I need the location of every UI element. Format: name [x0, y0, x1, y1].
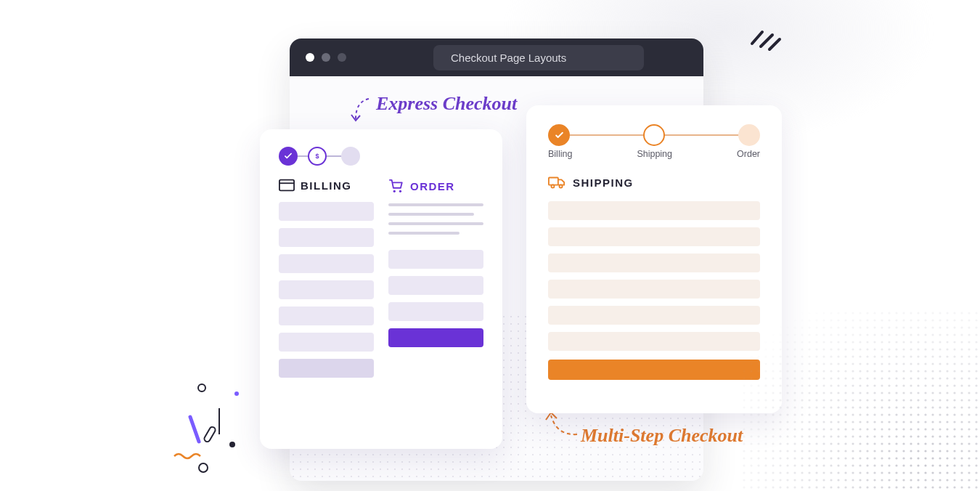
express-step-3[interactable]	[341, 147, 360, 166]
billing-button[interactable]	[279, 359, 374, 378]
svg-text:$: $	[315, 153, 319, 160]
shipping-field[interactable]	[548, 227, 760, 246]
order-column: ORDER	[388, 179, 483, 385]
browser-titlebar: Checkout Page Layouts	[290, 38, 703, 76]
billing-field[interactable]	[279, 202, 374, 221]
svg-line-11	[190, 417, 199, 442]
order-field[interactable]	[388, 302, 483, 321]
billing-field[interactable]	[279, 307, 374, 325]
svg-point-4	[399, 190, 401, 192]
order-line	[388, 213, 474, 216]
shipping-field[interactable]	[548, 280, 760, 299]
check-icon	[283, 151, 293, 161]
express-checkout-card: $ BILLING	[260, 129, 502, 449]
traffic-dot-zoom[interactable]	[338, 53, 346, 62]
multi-stepper	[548, 124, 760, 146]
multi-step-billing[interactable]	[548, 124, 570, 146]
billing-column: BILLING	[279, 179, 374, 385]
billing-label: BILLING	[301, 179, 352, 192]
multi-step-label-shipping: Shipping	[637, 149, 672, 159]
check-icon	[554, 130, 565, 141]
multi-step-label-order: Order	[737, 149, 760, 159]
decoration-scribble-icon	[745, 17, 785, 55]
shipping-submit-button[interactable]	[548, 360, 760, 380]
svg-point-3	[393, 190, 396, 192]
svg-rect-1	[279, 180, 294, 191]
express-step-line	[327, 155, 341, 157]
multi-step-checkout-annotation: Multi-Step Checkout	[581, 425, 743, 447]
order-line	[388, 203, 483, 206]
decoration-halftone-icon	[740, 309, 980, 491]
cart-icon	[388, 179, 404, 193]
svg-point-7	[560, 185, 563, 188]
url-bar[interactable]: Checkout Page Layouts	[433, 45, 644, 70]
multi-step-shipping[interactable]	[643, 124, 665, 146]
traffic-dot-close[interactable]	[306, 53, 314, 62]
billing-heading: BILLING	[279, 179, 374, 192]
shipping-field[interactable]	[548, 306, 760, 325]
billing-field[interactable]	[279, 280, 374, 299]
shipping-field[interactable]	[548, 201, 760, 220]
order-heading: ORDER	[388, 179, 483, 193]
multi-step-order[interactable]	[738, 124, 760, 146]
billing-field[interactable]	[279, 333, 374, 352]
order-field[interactable]	[388, 250, 483, 269]
svg-rect-5	[549, 178, 558, 185]
express-step-2[interactable]: $	[308, 147, 327, 166]
shipping-field[interactable]	[548, 332, 760, 351]
svg-point-13	[199, 463, 208, 472]
shipping-field[interactable]	[548, 253, 760, 272]
express-stepper: $	[279, 147, 483, 166]
traffic-dot-minimize[interactable]	[322, 53, 330, 62]
multi-step-labels: Billing Shipping Order	[548, 149, 760, 159]
svg-point-6	[551, 185, 554, 188]
svg-point-8	[198, 384, 205, 391]
traffic-lights[interactable]	[306, 53, 346, 62]
svg-rect-12	[203, 426, 216, 442]
express-step-line	[298, 155, 308, 157]
arrow-express-icon	[347, 94, 376, 127]
decoration-doodle-icon	[173, 378, 289, 479]
order-submit-button[interactable]	[388, 328, 483, 347]
order-label: ORDER	[410, 180, 455, 192]
billing-field[interactable]	[279, 228, 374, 247]
shipping-heading: SHIPPING	[548, 175, 760, 190]
svg-point-14	[229, 442, 235, 447]
svg-point-9	[234, 391, 239, 396]
express-step-1[interactable]	[279, 147, 298, 166]
express-checkout-annotation: Express Checkout	[376, 93, 517, 115]
dollar-icon: $	[313, 152, 322, 161]
shipping-label: SHIPPING	[573, 176, 634, 189]
multi-step-label-billing: Billing	[548, 149, 572, 159]
order-field[interactable]	[388, 276, 483, 295]
truck-icon	[548, 175, 565, 190]
svg-rect-17	[740, 309, 980, 491]
order-line	[388, 222, 483, 225]
order-line	[388, 232, 460, 235]
credit-card-icon	[279, 179, 295, 192]
billing-field[interactable]	[279, 254, 374, 273]
